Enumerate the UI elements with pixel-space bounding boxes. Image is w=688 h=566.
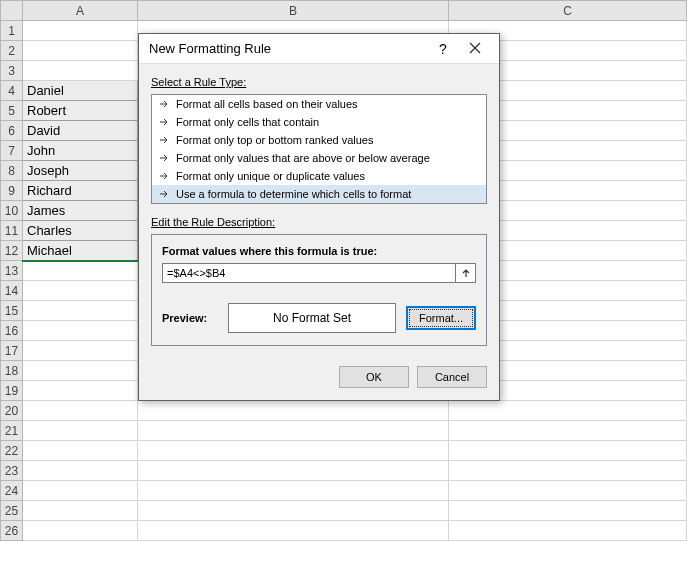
cell[interactable]: [23, 281, 138, 301]
rule-type-label: Use a formula to determine which cells t…: [176, 188, 411, 200]
format-button[interactable]: Format...: [406, 306, 476, 330]
new-formatting-rule-dialog: New Formatting Rule ? Select a Rule Type…: [138, 33, 500, 401]
data-cell[interactable]: Joseph: [23, 161, 138, 181]
row-header-23[interactable]: 23: [1, 461, 23, 481]
cell[interactable]: [23, 501, 138, 521]
cell[interactable]: [23, 341, 138, 361]
column-header-A[interactable]: A: [23, 1, 138, 21]
row-header-13[interactable]: 13: [1, 261, 23, 281]
close-icon[interactable]: [459, 41, 491, 57]
cell[interactable]: [23, 381, 138, 401]
cell[interactable]: [23, 41, 138, 61]
cell[interactable]: [23, 301, 138, 321]
row-header-9[interactable]: 9: [1, 181, 23, 201]
rule-type-label: Format only top or bottom ranked values: [176, 134, 373, 146]
row-header-19[interactable]: 19: [1, 381, 23, 401]
row-header-2[interactable]: 2: [1, 41, 23, 61]
row-header-6[interactable]: 6: [1, 121, 23, 141]
cell[interactable]: [23, 401, 138, 421]
row-header-8[interactable]: 8: [1, 161, 23, 181]
row-header-5[interactable]: 5: [1, 101, 23, 121]
cell[interactable]: [449, 521, 687, 541]
cell[interactable]: [449, 421, 687, 441]
preview-box: No Format Set: [228, 303, 396, 333]
row-header-4[interactable]: 4: [1, 81, 23, 101]
title-cell[interactable]: Compare Two: [23, 21, 138, 41]
cell[interactable]: [138, 421, 449, 441]
row-header-3[interactable]: 3: [1, 61, 23, 81]
cell[interactable]: [23, 441, 138, 461]
cell[interactable]: [449, 401, 687, 421]
row-header-26[interactable]: 26: [1, 521, 23, 541]
data-cell[interactable]: John: [23, 141, 138, 161]
data-cell[interactable]: Charles: [23, 221, 138, 241]
cell[interactable]: [138, 401, 449, 421]
cell[interactable]: [23, 321, 138, 341]
row-header-20[interactable]: 20: [1, 401, 23, 421]
cell[interactable]: [449, 501, 687, 521]
select-rule-type-label: Select a Rule Type:: [151, 76, 487, 88]
rule-type-label: Format only values that are above or bel…: [176, 152, 430, 164]
cell[interactable]: [449, 481, 687, 501]
row-header-10[interactable]: 10: [1, 201, 23, 221]
help-icon[interactable]: ?: [427, 41, 459, 57]
rule-type-item[interactable]: Format only cells that contain: [152, 113, 486, 131]
row-header-25[interactable]: 25: [1, 501, 23, 521]
cell[interactable]: [23, 481, 138, 501]
data-cell[interactable]: Richard: [23, 181, 138, 201]
ok-button[interactable]: OK: [339, 366, 409, 388]
collapse-dialog-icon[interactable]: [456, 263, 476, 283]
data-cell[interactable]: James: [23, 201, 138, 221]
rule-type-label: Format only unique or duplicate values: [176, 170, 365, 182]
cell[interactable]: [449, 461, 687, 481]
bullet-icon: [160, 116, 170, 128]
dialog-titlebar: New Formatting Rule ?: [139, 34, 499, 64]
row-header-15[interactable]: 15: [1, 301, 23, 321]
rule-type-item[interactable]: Format only values that are above or bel…: [152, 149, 486, 167]
row-header-11[interactable]: 11: [1, 221, 23, 241]
names-header-cell[interactable]: Nam: [23, 61, 138, 81]
cell[interactable]: [23, 521, 138, 541]
rule-description-box: Format values where this formula is true…: [151, 234, 487, 346]
rule-type-item[interactable]: Format all cells based on their values: [152, 95, 486, 113]
rule-type-list[interactable]: Format all cells based on their valuesFo…: [151, 94, 487, 204]
data-cell[interactable]: Michael: [23, 241, 138, 261]
cancel-button[interactable]: Cancel: [417, 366, 487, 388]
row-header-7[interactable]: 7: [1, 141, 23, 161]
cell[interactable]: [138, 441, 449, 461]
rule-type-item[interactable]: Format only top or bottom ranked values: [152, 131, 486, 149]
edit-rule-description-label: Edit the Rule Description:: [151, 216, 487, 228]
column-header-C[interactable]: C: [449, 1, 687, 21]
row-header-16[interactable]: 16: [1, 321, 23, 341]
cell[interactable]: [138, 461, 449, 481]
cell[interactable]: [23, 421, 138, 441]
cell[interactable]: [23, 461, 138, 481]
rule-type-item[interactable]: Use a formula to determine which cells t…: [152, 185, 486, 203]
cell[interactable]: [138, 501, 449, 521]
cell[interactable]: [138, 521, 449, 541]
cell[interactable]: [23, 361, 138, 381]
row-header-21[interactable]: 21: [1, 421, 23, 441]
cell[interactable]: [138, 481, 449, 501]
rule-type-item[interactable]: Format only unique or duplicate values: [152, 167, 486, 185]
row-header-14[interactable]: 14: [1, 281, 23, 301]
bullet-icon: [160, 134, 170, 146]
cell[interactable]: [449, 441, 687, 461]
row-header-22[interactable]: 22: [1, 441, 23, 461]
data-cell[interactable]: Robert: [23, 101, 138, 121]
column-header-B[interactable]: B: [138, 1, 449, 21]
dialog-title: New Formatting Rule: [149, 41, 427, 56]
row-header-18[interactable]: 18: [1, 361, 23, 381]
row-header-17[interactable]: 17: [1, 341, 23, 361]
row-header-24[interactable]: 24: [1, 481, 23, 501]
bullet-icon: [160, 170, 170, 182]
data-cell[interactable]: David: [23, 121, 138, 141]
select-all-corner[interactable]: [1, 1, 23, 21]
cell[interactable]: [23, 261, 138, 281]
bullet-icon: [160, 188, 170, 200]
row-header-12[interactable]: 12: [1, 241, 23, 261]
data-cell[interactable]: Daniel: [23, 81, 138, 101]
rule-type-label: Format all cells based on their values: [176, 98, 358, 110]
row-header-1[interactable]: 1: [1, 21, 23, 41]
formula-input[interactable]: [162, 263, 456, 283]
